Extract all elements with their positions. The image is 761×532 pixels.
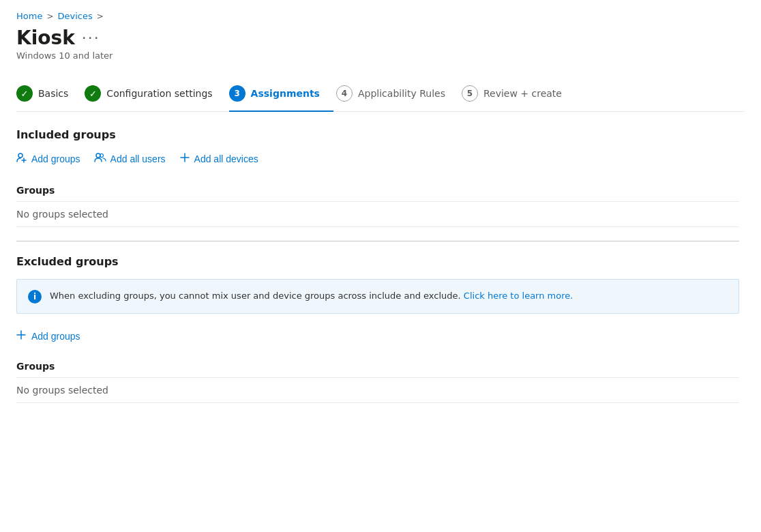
page-title: Kiosk — [16, 27, 75, 49]
excluded-add-groups-label: Add groups — [31, 331, 80, 342]
step-label-review: Review + create — [483, 88, 562, 99]
step-label-assignments: Assignments — [251, 88, 320, 99]
included-groups-actions: Add groups Add all users A — [16, 152, 739, 166]
step-number-assignments: 3 — [234, 89, 239, 98]
step-circle-applicability: 4 — [336, 85, 353, 102]
info-message: When excluding groups, you cannot mix us… — [50, 291, 461, 301]
step-circle-configuration: ✓ — [85, 85, 101, 102]
page-subtitle: Windows 10 and later — [16, 50, 745, 61]
included-groups-header: Included groups — [16, 128, 739, 141]
excluded-add-groups-button[interactable]: Add groups — [16, 327, 80, 344]
excluded-groups-empty-row: No groups selected — [16, 378, 739, 403]
add-groups-icon — [16, 152, 27, 166]
wizard-step-applicability[interactable]: 4 Applicability Rules — [336, 77, 459, 111]
main-content: Included groups Add groups — [16, 128, 739, 403]
page-header: Kiosk ··· Windows 10 and later — [16, 27, 745, 61]
step-circle-review: 5 — [462, 85, 478, 102]
breadcrumb: Home > Devices > — [16, 11, 745, 21]
breadcrumb-home[interactable]: Home — [16, 11, 42, 21]
add-all-devices-icon — [179, 152, 190, 166]
step-label-applicability: Applicability Rules — [358, 88, 445, 99]
page-menu-button[interactable]: ··· — [82, 31, 100, 46]
info-link[interactable]: Click here to learn more. — [464, 291, 573, 301]
add-all-devices-button[interactable]: Add all devices — [179, 152, 258, 166]
add-groups-button[interactable]: Add groups — [16, 152, 80, 166]
step-number-review: 5 — [467, 89, 473, 98]
excluded-groups-table-header: Groups — [16, 355, 739, 378]
excluded-add-groups-icon — [16, 330, 26, 342]
info-icon: i — [28, 290, 42, 304]
wizard-steps: ✓ Basics ✓ Configuration settings 3 Assi… — [16, 77, 745, 112]
step-circle-assignments: 3 — [229, 85, 245, 102]
included-groups-table-header: Groups — [16, 179, 739, 202]
wizard-step-review[interactable]: 5 Review + create — [462, 77, 576, 111]
breadcrumb-sep1: > — [46, 12, 53, 21]
section-divider — [16, 241, 739, 241]
step-check-configuration: ✓ — [89, 89, 97, 99]
included-groups-empty-row: No groups selected — [16, 202, 739, 227]
excluded-groups-header: Excluded groups — [16, 255, 739, 268]
wizard-step-assignments[interactable]: 3 Assignments — [229, 77, 333, 111]
step-circle-basics: ✓ — [16, 85, 33, 102]
wizard-step-configuration[interactable]: ✓ Configuration settings — [85, 77, 226, 111]
add-groups-label: Add groups — [31, 153, 80, 164]
step-check-basics: ✓ — [21, 89, 29, 99]
step-label-configuration: Configuration settings — [106, 88, 212, 99]
add-all-devices-label: Add all devices — [194, 153, 258, 164]
step-label-basics: Basics — [38, 88, 68, 99]
info-text: When excluding groups, you cannot mix us… — [50, 289, 573, 303]
excluded-groups-info-box: i When excluding groups, you cannot mix … — [16, 279, 739, 314]
breadcrumb-sep2: > — [97, 12, 104, 21]
wizard-step-basics[interactable]: ✓ Basics — [16, 77, 82, 111]
add-all-users-icon — [94, 152, 106, 166]
step-number-applicability: 4 — [342, 89, 347, 98]
add-all-users-button[interactable]: Add all users — [94, 152, 166, 166]
breadcrumb-devices[interactable]: Devices — [57, 11, 92, 21]
add-all-users-label: Add all users — [110, 153, 166, 164]
svg-point-0 — [18, 153, 23, 158]
